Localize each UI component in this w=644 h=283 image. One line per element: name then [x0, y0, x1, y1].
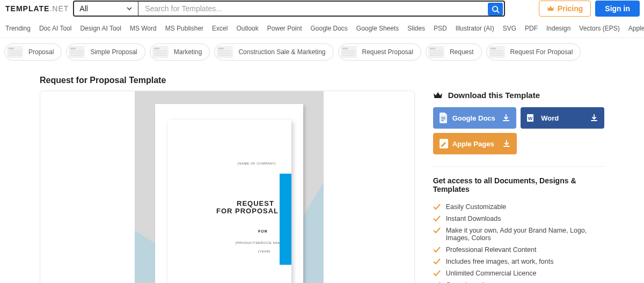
feature-text: Make it your own, Add your Brand Name, L…: [446, 227, 604, 242]
filter-design-ai[interactable]: Design AI Tool: [80, 25, 121, 32]
pill-thumb-icon: [341, 46, 357, 58]
access-heading: Get access to all Documents, Designs & T…: [433, 176, 604, 193]
pill-label: Request For Proposal: [510, 48, 573, 56]
filter-row: Trending Doc AI Tool Design AI Tool MS W…: [0, 17, 644, 38]
document-page: [NAME OF COMPANY] REQUEST FOR PROPOSAL F…: [168, 120, 291, 283]
filter-trending[interactable]: Trending: [5, 25, 31, 32]
filter-illustrator[interactable]: Illustrator (AI): [456, 25, 494, 32]
feature-item: Professional Relevant Content: [433, 244, 604, 256]
filter-outlook[interactable]: Outlook: [236, 25, 258, 32]
filter-gdocs[interactable]: Google Docs: [310, 25, 347, 32]
filter-svg[interactable]: SVG: [503, 25, 516, 32]
download-apple-pages[interactable]: Apple Pages: [433, 133, 517, 154]
filter-slides[interactable]: Slides: [407, 25, 425, 32]
pill-label: Marketing: [174, 48, 202, 56]
pill-thumb-icon: [7, 46, 23, 58]
pill-thumb-icon: [428, 46, 444, 58]
pill-thumb-icon: [217, 46, 233, 58]
feature-text: Includes free images, art work, fonts: [446, 258, 554, 265]
svg-rect-4: [441, 117, 445, 118]
chevron-down-icon: [126, 5, 133, 12]
pill-construction[interactable]: Construction Sale & Marketing: [214, 43, 333, 61]
download-icon: [503, 140, 510, 147]
doc-for-label: FOR: [258, 229, 268, 233]
filter-excel[interactable]: Excel: [212, 25, 228, 32]
word-icon: W: [527, 113, 537, 123]
download-google-docs[interactable]: Google Docs: [433, 107, 517, 129]
search-icon: [492, 5, 500, 13]
feature-text: Instant Downloads: [446, 215, 501, 222]
download-pages-label: Apple Pages: [448, 140, 510, 148]
pill-thumb-icon: [489, 46, 505, 58]
pill-label: Request: [450, 48, 474, 56]
filter-powerpoint[interactable]: Power Point: [267, 25, 302, 32]
download-icon: [590, 114, 598, 122]
header: TEMPLATE.NET All Pricing Sign in: [0, 0, 644, 17]
logo-text-b: .NET: [49, 4, 69, 13]
search-button[interactable]: [488, 3, 503, 16]
download-heading-text: Download this Template: [448, 91, 540, 100]
feature-item: Cancel any time: [433, 279, 604, 283]
logo[interactable]: TEMPLATE.NET: [4, 4, 73, 13]
feature-item: Easily Customizable: [433, 201, 604, 213]
pill-label: Construction Sale & Marketing: [238, 48, 325, 56]
check-icon: [433, 215, 441, 222]
pill-thumb-icon: [69, 46, 85, 58]
filter-applepages[interactable]: Apple Pages: [628, 25, 644, 32]
logo-text-a: TEMPLATE: [5, 4, 49, 13]
crown-icon: [433, 92, 443, 99]
download-word[interactable]: W Word: [521, 107, 604, 129]
signin-button[interactable]: Sign in: [595, 1, 640, 17]
feature-item: Includes free images, art work, fonts: [433, 256, 604, 267]
crown-icon: [547, 5, 554, 12]
filter-pdf[interactable]: PDF: [525, 25, 538, 32]
feature-text: Easily Customizable: [446, 203, 507, 211]
category-label: All: [79, 4, 88, 13]
feature-item: Instant Downloads: [433, 213, 604, 225]
svg-point-0: [493, 6, 497, 11]
pricing-button[interactable]: Pricing: [539, 1, 591, 17]
pill-label: Proposal: [28, 48, 54, 56]
filter-msword[interactable]: MS Word: [130, 25, 157, 32]
pill-request-proposal[interactable]: Request Proposal: [338, 43, 421, 61]
filter-psd[interactable]: PSD: [434, 25, 447, 32]
filter-doc-ai[interactable]: Doc AI Tool: [39, 25, 71, 32]
svg-text:W: W: [528, 116, 533, 121]
category-select[interactable]: All: [74, 2, 138, 16]
gdocs-icon: [440, 113, 448, 123]
search-input[interactable]: [138, 2, 487, 16]
filter-publisher[interactable]: MS Publisher: [165, 25, 203, 32]
pill-rfp[interactable]: Request For Proposal: [486, 43, 581, 61]
pill-proposal[interactable]: Proposal: [4, 43, 62, 61]
feature-item: Unlimited Commercial Licence: [433, 267, 604, 279]
pill-request[interactable]: Request: [426, 43, 482, 61]
divider: [433, 166, 604, 167]
download-word-label: Word: [537, 114, 598, 122]
filter-vectors[interactable]: Vectors (EPS): [579, 25, 619, 32]
check-icon: [433, 227, 441, 234]
check-icon: [433, 258, 441, 265]
svg-rect-6: [441, 120, 444, 121]
filter-gsheets[interactable]: Google Sheets: [356, 25, 399, 32]
doc-heading-line2: FOR PROPOSAL: [216, 207, 279, 215]
download-gdocs-label: Google Docs: [448, 114, 510, 122]
feature-text: Professional Relevant Content: [446, 246, 537, 254]
pill-thumb-icon: [152, 46, 169, 58]
filter-indesign[interactable]: Indesign: [546, 25, 570, 32]
pill-simple-proposal[interactable]: Simple Proposal: [66, 43, 145, 61]
feature-list: Easily Customizable Instant Downloads Ma…: [433, 201, 604, 283]
download-heading: Download this Template: [433, 91, 604, 100]
pill-marketing[interactable]: Marketing: [150, 43, 210, 61]
doc-company-placeholder: [NAME OF COMPANY]: [238, 162, 276, 165]
download-icon: [502, 114, 510, 122]
pricing-label: Pricing: [558, 4, 583, 13]
pill-row: Proposal Simple Proposal Marketing Const…: [0, 38, 644, 66]
svg-line-1: [497, 11, 499, 13]
check-icon: [433, 204, 441, 210]
check-icon: [433, 247, 441, 253]
feature-text: Unlimited Commercial Licence: [446, 270, 537, 277]
doc-service-placeholder: [PRODUCT/SERVICE NAME]: [236, 241, 284, 244]
content: [NAME OF COMPANY] REQUEST FOR PROPOSAL F…: [0, 91, 644, 283]
preview-background: [NAME OF COMPANY] REQUEST FOR PROPOSAL F…: [135, 91, 324, 283]
search-group: All: [73, 1, 505, 17]
